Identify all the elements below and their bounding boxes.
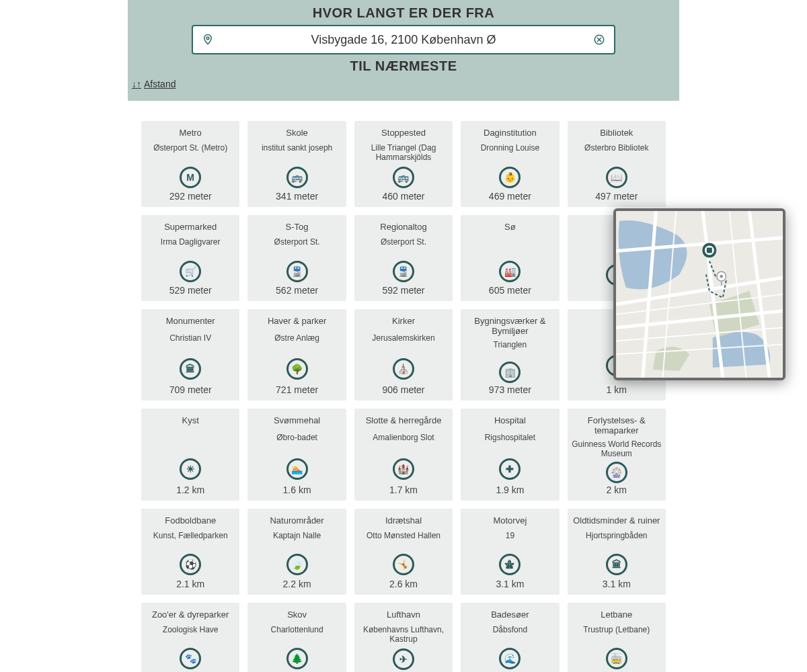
card-category-icon: 🏛 (606, 554, 627, 575)
result-card[interactable]: Motorvej19🛣3.1 km (461, 509, 559, 595)
svg-point-0 (206, 37, 209, 40)
sort-label: Afstand (144, 79, 176, 89)
card-distance: 3.1 km (496, 579, 524, 589)
card-category-icon: 🤸 (393, 554, 414, 575)
card-place-name: 19 (506, 531, 514, 550)
card-category-icon: 🍃 (286, 554, 308, 575)
left-gutter (7, 0, 128, 672)
card-distance: 2.1 km (176, 579, 204, 589)
result-card[interactable]: BadesøerDåbsfond🌊15.1 km (461, 603, 559, 672)
card-place-name: Østerbro Bibliotek (584, 143, 648, 162)
card-distance: 906 meter (382, 384, 424, 395)
card-place-name: Kunst, Fælledparken (153, 531, 228, 550)
sort-by-distance-link[interactable]: ↓↑ Afstand (132, 79, 176, 89)
search-row (141, 25, 666, 54)
card-category-icon: 🏛 (180, 358, 201, 380)
card-place-name: Trustrup (Letbane) (583, 625, 650, 644)
card-place-name: Trianglen (494, 340, 527, 359)
card-place-name: Dronning Louise (481, 143, 539, 162)
result-card[interactable]: Haver & parkerØstre Anlæg🌳721 meter (247, 309, 346, 401)
card-category: Daginstitution (484, 128, 537, 138)
card-place-name: Østerport St. (Metro) (153, 143, 227, 162)
result-card[interactable]: Skoleinstitut sankt joseph🚌341 meter (247, 121, 346, 207)
card-category: Naturområder (270, 515, 323, 526)
card-distance: 1.9 km (496, 485, 524, 495)
result-card[interactable]: MetroØsterport St. (Metro)M292 meter (141, 121, 239, 207)
card-place-name: Østerport St. (381, 237, 426, 256)
card-category: Lufthavn (387, 610, 420, 620)
card-category: Hospital (494, 415, 526, 425)
result-card[interactable]: DaginstitutionDronning Louise👶469 meter (461, 121, 559, 207)
result-card[interactable]: SkovCharlottenlund🌲6.2 km (247, 603, 346, 672)
result-card[interactable]: RegionaltogØsterport St.🚆592 meter (354, 215, 453, 301)
card-category-icon: 🚌 (286, 167, 308, 188)
result-card[interactable]: MonumenterChristian IV🏛709 meter (141, 309, 239, 401)
card-category-icon: 🚋 (606, 648, 627, 669)
card-distance: 2.6 km (389, 579, 418, 589)
card-category-icon: ⚽ (180, 554, 201, 575)
card-place-name: Guinness World Records Museum (572, 439, 662, 459)
card-category-icon: ⛪ (393, 358, 414, 380)
address-input[interactable] (215, 33, 592, 47)
card-place-name: Charlottenlund (271, 625, 323, 644)
result-card[interactable]: HospitalRigshospitalet✚1.9 km (461, 409, 559, 501)
result-card[interactable]: BibliotekØsterbro Bibliotek📖497 meter (568, 121, 666, 207)
search-box[interactable] (192, 25, 615, 54)
map-canvas[interactable] (616, 211, 783, 378)
card-category-icon: M (180, 167, 201, 188)
result-card[interactable]: Oldtidsminder & ruinerHjortspringbåden🏛3… (568, 509, 666, 595)
card-distance: 721 meter (276, 384, 318, 395)
card-distance: 469 meter (489, 191, 531, 202)
card-distance: 341 meter (276, 191, 318, 202)
card-distance: 3.1 km (603, 579, 631, 589)
result-card[interactable]: Kyst☀1.2 km (141, 409, 239, 501)
header-subtitle: TIL NÆRMESTE (128, 58, 679, 74)
card-category: Monumenter (166, 316, 215, 326)
card-category-icon: 📖 (606, 167, 627, 188)
card-category: Sø (504, 222, 516, 232)
page-container: HVOR LANGT ER DER FRA (0, 0, 807, 672)
card-category: Oldtidsminder & ruiner (573, 515, 660, 526)
clear-input-icon[interactable] (592, 33, 606, 46)
result-card[interactable]: StoppestedLille Triangel (Dag Hammarskjö… (354, 121, 453, 207)
card-category-icon: ☀ (180, 458, 201, 480)
card-place-name: Hjortspringbåden (586, 531, 647, 550)
card-place-name: Østerport St. (274, 237, 320, 256)
card-category: Bibliotek (600, 128, 633, 138)
result-card[interactable]: Bygningsværker & BymiljøerTrianglen🏢973 … (461, 309, 559, 401)
card-place-name: Christian IV (169, 333, 211, 352)
card-place-name: institut sankt joseph (262, 143, 332, 162)
map-popup[interactable] (613, 208, 785, 380)
card-category: S-Tog (286, 222, 309, 232)
result-card[interactable]: FodboldbaneKunst, Fælledparken⚽2.1 km (141, 509, 239, 595)
result-card[interactable]: Sø🏭605 meter (461, 215, 559, 301)
card-category: Stoppested (381, 128, 426, 138)
card-category: Skov (287, 610, 307, 620)
result-card[interactable]: IdrætshalOtto Mønsted Hallen🤸2.6 km (354, 509, 453, 595)
result-card[interactable]: LufthavnKøbenhavns Lufthavn, Kastrup✈10 … (354, 603, 453, 672)
result-card[interactable]: SupermarkedIrma Dagligvarer🛒529 meter (141, 215, 239, 301)
result-card[interactable]: Zoo'er & dyreparkerZoologisk Have🐾5.5 km (141, 603, 239, 672)
card-distance: 460 meter (382, 191, 424, 202)
card-category: Motorvej (493, 515, 527, 526)
result-card[interactable]: KirkerJerusalemskirken⛪906 meter (354, 309, 453, 401)
card-place-name: Irma Dagligvarer (161, 237, 221, 256)
card-category-icon: 🚆 (393, 261, 414, 282)
card-category-icon: 🏰 (393, 458, 414, 480)
result-card[interactable]: NaturområderKaptajn Nalle🍃2.2 km (247, 509, 346, 595)
card-place-name: Lille Triangel (Dag Hammarskjölds (358, 143, 449, 163)
header-title: HVOR LANGT ER DER FRA (128, 5, 679, 21)
result-card[interactable]: SvømmehalØbro-badet🏊1.6 km (247, 409, 346, 501)
card-distance: 709 meter (169, 384, 212, 395)
card-category: Forlystelses- & temaparker (572, 415, 662, 435)
result-card[interactable]: S-TogØsterport St.🚆562 meter (247, 215, 346, 301)
card-distance: 1.6 km (283, 485, 311, 495)
result-card[interactable]: LetbaneTrustrup (Letbane)🚋188.4 km (568, 603, 666, 672)
card-category: Zoo'er & dyreparker (152, 610, 229, 620)
card-distance: 292 meter (169, 191, 212, 202)
card-category-icon: 🐾 (180, 648, 201, 669)
card-category-icon: ✚ (499, 458, 521, 480)
card-category: Skole (286, 128, 308, 138)
result-card[interactable]: Slotte & herregårdeAmalienborg Slot🏰1.7 … (354, 409, 453, 501)
result-card[interactable]: Forlystelses- & temaparkerGuinness World… (568, 409, 666, 501)
